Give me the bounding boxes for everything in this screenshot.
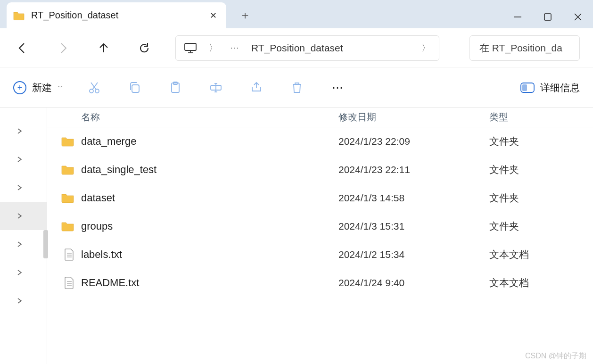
file-type: 文件夹 (489, 191, 593, 205)
folder-icon (47, 193, 81, 203)
title-bar: RT_Position_dataset ✕ ＋ (0, 0, 593, 28)
window-tab[interactable]: RT_Position_dataset ✕ (7, 2, 226, 28)
svg-rect-11 (132, 85, 139, 92)
details-view-button[interactable]: 详细信息 (520, 81, 580, 94)
rename-button[interactable] (206, 78, 225, 97)
tab-title: RT_Position_dataset (31, 10, 200, 21)
more-button[interactable]: ⋯ (328, 78, 347, 97)
address-bar[interactable]: 〉 ⋯ RT_Position_dataset 〉 (175, 35, 439, 61)
close-window-button[interactable] (563, 6, 593, 28)
forward-button[interactable] (54, 39, 73, 58)
svg-rect-4 (185, 43, 196, 50)
breadcrumb-current[interactable]: RT_Position_dataset (251, 42, 343, 54)
chevron-right-icon[interactable]: 〉 (209, 42, 218, 54)
tree-item[interactable] (0, 117, 47, 145)
scrollbar-thumb[interactable] (43, 230, 48, 258)
tree-item[interactable] (0, 174, 47, 202)
file-name: dataset (81, 192, 338, 204)
file-date: 2024/1/23 22:11 (338, 164, 489, 175)
folder-icon (47, 165, 81, 175)
folder-icon (13, 11, 25, 20)
tree-item[interactable] (0, 230, 47, 258)
tree-item[interactable] (0, 145, 47, 174)
file-row[interactable]: data_single_test2024/1/23 22:11文件夹 (47, 156, 593, 184)
column-name-header[interactable]: 名称 (47, 111, 338, 124)
chevron-down-icon: ﹀ (58, 83, 63, 91)
plus-circle-icon: + (13, 81, 26, 94)
file-name: data_single_test (81, 164, 338, 176)
file-type: 文件夹 (489, 163, 593, 176)
file-type: 文件夹 (489, 135, 593, 148)
file-type: 文本文档 (489, 248, 593, 261)
file-date: 2024/1/23 22:09 (338, 136, 489, 147)
file-type: 文本文档 (489, 276, 593, 290)
folder-icon (47, 136, 81, 147)
file-name: labels.txt (81, 248, 338, 261)
tree-item[interactable] (0, 202, 47, 230)
file-date: 2024/1/3 14:58 (338, 192, 489, 204)
file-date: 2024/1/2 15:34 (338, 249, 489, 260)
close-tab-icon[interactable]: ✕ (206, 10, 220, 21)
cut-button[interactable] (85, 78, 104, 97)
svg-rect-19 (522, 84, 527, 91)
text-file-icon (47, 248, 81, 261)
tree-item[interactable] (0, 258, 47, 287)
file-name: groups (81, 220, 338, 232)
navigation-pane (0, 108, 47, 364)
watermark: CSDN @钟的子期 (525, 351, 586, 361)
file-type: 文件夹 (489, 220, 593, 233)
ellipsis-icon[interactable]: ⋯ (230, 42, 239, 53)
column-headers: ˄ 名称 修改日期 类型 (47, 108, 593, 127)
new-label: 新建 (32, 81, 52, 94)
file-row[interactable]: labels.txt2024/1/2 15:34文本文档 (47, 240, 593, 269)
paste-button[interactable] (166, 78, 185, 97)
maximize-button[interactable] (533, 6, 563, 28)
chevron-right-icon[interactable]: 〉 (421, 42, 430, 54)
file-date: 2024/1/24 9:40 (338, 277, 489, 289)
delete-button[interactable] (288, 78, 306, 97)
file-row[interactable]: dataset2024/1/3 14:58文件夹 (47, 184, 593, 212)
file-row[interactable]: README.txt2024/1/24 9:40文本文档 (47, 269, 593, 297)
share-button[interactable] (247, 78, 266, 97)
folder-icon (47, 221, 81, 232)
search-input[interactable]: 在 RT_Position_da (469, 35, 580, 61)
back-button[interactable] (13, 39, 32, 58)
content-area: ˄ 名称 修改日期 类型 data_merge2024/1/23 22:09文件… (0, 108, 593, 364)
command-toolbar: + 新建 ﹀ ⋯ 详细信息 (0, 68, 593, 108)
minimize-button[interactable] (502, 6, 533, 28)
details-icon (520, 83, 535, 93)
file-name: data_merge (81, 135, 338, 148)
monitor-icon (184, 43, 197, 53)
column-date-header[interactable]: 修改日期 (338, 111, 489, 124)
nav-bar: 〉 ⋯ RT_Position_dataset 〉 在 RT_Position_… (0, 28, 593, 68)
tree-item[interactable] (0, 287, 47, 315)
details-label: 详细信息 (540, 81, 580, 94)
sort-indicator-icon: ˄ (198, 108, 201, 112)
copy-button[interactable] (125, 78, 144, 97)
up-button[interactable] (94, 39, 113, 58)
new-button[interactable]: + 新建 ﹀ (13, 81, 63, 94)
text-file-icon (47, 277, 81, 289)
file-name: README.txt (81, 277, 338, 289)
refresh-button[interactable] (135, 39, 154, 58)
column-type-header[interactable]: 类型 (489, 111, 593, 124)
svg-rect-1 (544, 14, 551, 20)
search-placeholder: 在 RT_Position_da (479, 41, 562, 55)
window-controls (502, 6, 593, 28)
file-list: ˄ 名称 修改日期 类型 data_merge2024/1/23 22:09文件… (47, 108, 593, 364)
file-row[interactable]: groups2024/1/3 15:31文件夹 (47, 212, 593, 240)
new-tab-button[interactable]: ＋ (236, 8, 255, 28)
file-date: 2024/1/3 15:31 (338, 221, 489, 232)
file-row[interactable]: data_merge2024/1/23 22:09文件夹 (47, 127, 593, 156)
